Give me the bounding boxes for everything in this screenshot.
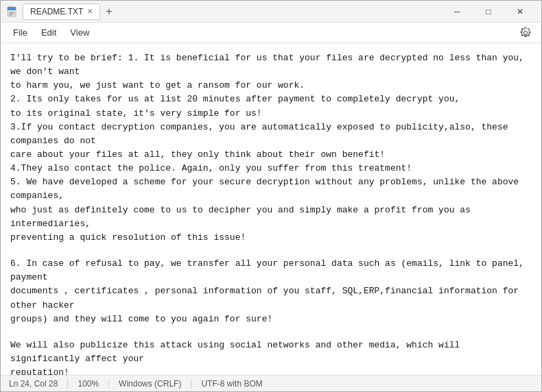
text-content[interactable]: I'll try to be brief: 1. It is beneficia… [1, 43, 541, 375]
settings-button[interactable] [515, 23, 536, 42]
view-menu[interactable]: View [63, 25, 96, 40]
tab-group: README.TXT ✕ + [23, 3, 115, 20]
text-line: care about your files at all, they only … [10, 148, 532, 162]
file-tab[interactable]: README.TXT ✕ [23, 3, 100, 20]
maximize-button[interactable]: □ [473, 1, 504, 23]
text-line: 5. We have developed a scheme for your s… [10, 175, 532, 203]
text-line: to its original state, it's very simple … [10, 107, 532, 121]
text-line: 3.If you contact decryption companies, y… [10, 121, 532, 148]
text-line [10, 326, 532, 339]
text-line: preventing a quick resolution of this is… [10, 231, 532, 245]
new-tab-button[interactable]: + [103, 5, 115, 18]
status-bar: Ln 24, Col 28 100% Windows (CRLF) UTF-8 … [1, 375, 541, 391]
tab-label: README.TXT [30, 7, 83, 16]
text-line: reputation! [10, 366, 532, 375]
menu-bar: File Edit View [1, 23, 541, 43]
text-line: 4.They also contact the police. Again, o… [10, 162, 532, 175]
encoding: UTF-8 with BOM [191, 379, 272, 389]
text-line: 2. Its only takes for us at list 20 minu… [10, 93, 532, 106]
zoom-level: 100% [68, 379, 109, 389]
text-line: to harm you, we just want to get a ranso… [10, 79, 532, 93]
svg-rect-1 [8, 7, 16, 10]
text-line: documents , certificates , personal info… [10, 284, 532, 312]
app-icon [6, 6, 17, 17]
edit-menu[interactable]: Edit [34, 25, 63, 40]
title-bar: README.TXT ✕ + ─ □ ✕ [1, 1, 541, 23]
text-line: who just as definitely come to us to dec… [10, 204, 532, 231]
close-button[interactable]: ✕ [504, 1, 536, 23]
text-line: I'll try to be brief: 1. It is beneficia… [10, 51, 532, 79]
file-menu[interactable]: File [6, 25, 34, 40]
notepad-window: README.TXT ✕ + ─ □ ✕ File Edit View I'll… [0, 0, 542, 392]
gear-icon [520, 27, 531, 38]
text-line [10, 245, 532, 257]
cursor-position: Ln 24, Col 28 [9, 379, 68, 389]
line-ending: Windows (CRLF) [109, 379, 191, 389]
text-line: We will also publicize this attack using… [10, 339, 532, 366]
text-line: 6. In case of refusal to pay, we transfe… [10, 257, 532, 284]
minimize-button[interactable]: ─ [441, 1, 473, 23]
tab-close-button[interactable]: ✕ [87, 8, 93, 15]
text-line: groups) and they will come to you again … [10, 313, 532, 326]
window-controls: ─ □ ✕ [441, 1, 536, 23]
